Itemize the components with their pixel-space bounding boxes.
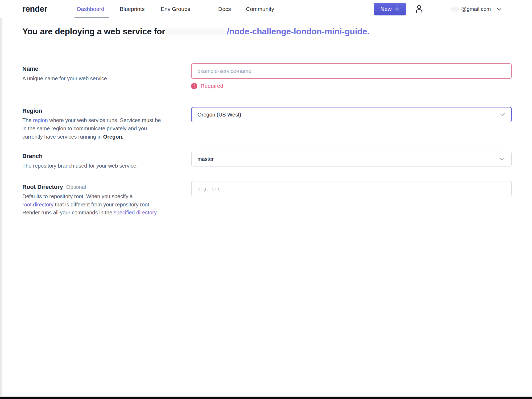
user-icon [414, 4, 424, 14]
region-select[interactable]: Oregon (US West) [191, 107, 512, 122]
repo-link[interactable]: /node-challenge-london-mini-guide. [227, 27, 369, 36]
branch-description: The repository branch used for your web … [22, 162, 138, 170]
region-label: Region [22, 107, 42, 114]
deploy-web-service-page: render Dashboard Blueprints Env Groups D… [0, 0, 532, 399]
redacted-account-name [451, 7, 459, 11]
page-title-prefix: You are deploying a web service for [22, 27, 165, 36]
branch-select[interactable]: master [191, 152, 512, 167]
account-menu[interactable]: @gmail.com [461, 0, 502, 18]
root-directory-input[interactable] [191, 181, 512, 196]
specified-directory-link[interactable]: specified directory [114, 210, 157, 215]
nav-divider [204, 3, 204, 15]
new-button-label: New [380, 6, 391, 12]
new-button[interactable]: New [374, 3, 406, 15]
user-menu-button[interactable] [414, 3, 425, 15]
root-desc-text-1: Defaults to repository root. When you sp… [22, 193, 133, 199]
account-email: @gmail.com [461, 6, 491, 12]
error-icon [191, 83, 197, 89]
left-edge-strip [0, 18, 2, 396]
region-description: The region where your web service runs. … [22, 116, 161, 141]
region-desc-oregon: Oregon. [103, 134, 123, 140]
nav-item-community[interactable]: Community [246, 6, 274, 12]
chevron-down-icon [497, 7, 502, 11]
plus-icon [395, 7, 399, 11]
top-navigation-bar: render Dashboard Blueprints Env Groups D… [0, 0, 532, 18]
optional-badge: Optional [66, 184, 86, 190]
region-link[interactable]: region [33, 117, 48, 123]
region-select-value: Oregon (US West) [197, 112, 241, 118]
dashboard-active-underline [75, 17, 109, 18]
name-description: A unique name for your web service. [22, 74, 109, 83]
root-directory-label-text: Root Directory [22, 184, 63, 190]
service-name-input[interactable] [191, 63, 512, 79]
root-directory-description: Defaults to repository root. When you sp… [22, 192, 157, 217]
page-title: You are deploying a web service for /nod… [22, 27, 369, 36]
chevron-down-icon [500, 113, 505, 116]
name-error-row: Required [191, 83, 223, 89]
region-desc-text-4: currently have services running in [22, 134, 103, 140]
redacted-username [166, 29, 226, 35]
nav-item-blueprints[interactable]: Blueprints [120, 6, 145, 12]
name-error-text: Required [201, 83, 223, 89]
region-desc-text-2: where your web service runs. Services mu… [48, 117, 161, 123]
name-label: Name [22, 65, 38, 72]
root-desc-text-3: Render runs all your commands in the [22, 210, 114, 215]
bottom-bar [0, 397, 532, 399]
root-directory-link[interactable]: root directory [22, 202, 53, 207]
nav-item-dashboard[interactable]: Dashboard [77, 6, 104, 12]
render-logo[interactable]: render [22, 4, 47, 14]
chevron-down-icon [500, 157, 505, 161]
region-desc-text-3: in the same region to communicate privat… [22, 126, 147, 131]
branch-label: Branch [22, 153, 43, 160]
region-desc-text-1: The [22, 117, 33, 123]
root-desc-text-2: that is different from your repository r… [53, 202, 151, 207]
nav-item-docs[interactable]: Docs [218, 6, 231, 12]
branch-select-value: master [197, 156, 214, 162]
nav-item-env-groups[interactable]: Env Groups [161, 6, 190, 12]
root-directory-label: Root Directory Optional [22, 184, 86, 190]
